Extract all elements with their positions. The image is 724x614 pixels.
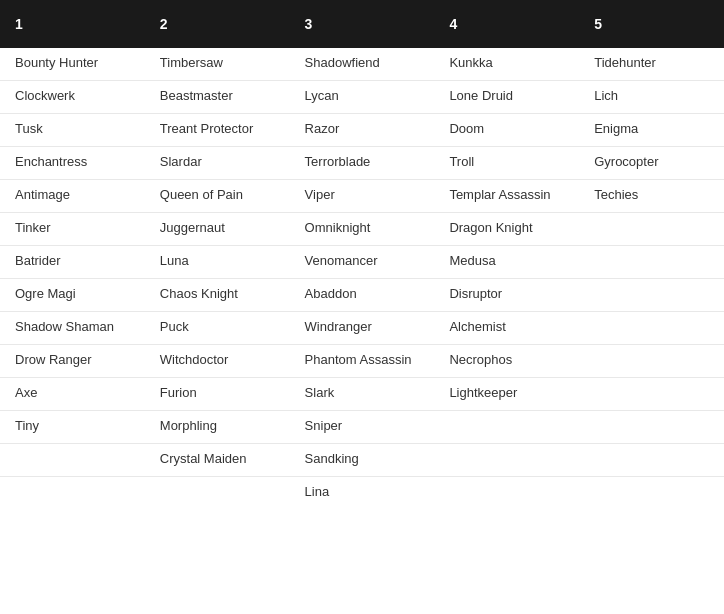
cell-col4-row14	[434, 477, 579, 509]
cell-col5-row10	[579, 345, 724, 377]
cell-col1-row14	[0, 477, 145, 509]
cell-col4-row6: Dragon Knight	[434, 213, 579, 245]
cell-col4-row5: Templar Assassin	[434, 180, 579, 212]
cell-col2-row8: Chaos Knight	[145, 279, 290, 311]
cell-col1-row8: Ogre Magi	[0, 279, 145, 311]
table-row: Crystal MaidenSandking	[0, 444, 724, 477]
cell-col3-row3: Razor	[290, 114, 435, 146]
cell-col1-row1: Bounty Hunter	[0, 48, 145, 80]
cell-col4-row12	[434, 411, 579, 443]
cell-col5-row1: Tidehunter	[579, 48, 724, 80]
cell-col2-row7: Luna	[145, 246, 290, 278]
header-col-1: 1	[0, 10, 145, 38]
cell-col2-row14	[145, 477, 290, 509]
cell-col3-row4: Terrorblade	[290, 147, 435, 179]
header-col-4: 4	[434, 10, 579, 38]
table-row: Lina	[0, 477, 724, 509]
cell-col4-row8: Disruptor	[434, 279, 579, 311]
cell-col4-row10: Necrophos	[434, 345, 579, 377]
cell-col1-row11: Axe	[0, 378, 145, 410]
cell-col1-row9: Shadow Shaman	[0, 312, 145, 344]
cell-col1-row2: Clockwerk	[0, 81, 145, 113]
cell-col5-row13	[579, 444, 724, 476]
cell-col3-row8: Abaddon	[290, 279, 435, 311]
cell-col3-row2: Lycan	[290, 81, 435, 113]
table-row: EnchantressSlardarTerrorbladeTrollGyroco…	[0, 147, 724, 180]
cell-col5-row5: Techies	[579, 180, 724, 212]
cell-col3-row13: Sandking	[290, 444, 435, 476]
table-header: 12345	[0, 0, 724, 48]
header-col-2: 2	[145, 10, 290, 38]
cell-col1-row6: Tinker	[0, 213, 145, 245]
cell-col1-row10: Drow Ranger	[0, 345, 145, 377]
header-col-3: 3	[290, 10, 435, 38]
table-row: AxeFurionSlarkLightkeeper	[0, 378, 724, 411]
cell-col4-row3: Doom	[434, 114, 579, 146]
table-row: Bounty HunterTimbersawShadowfiendKunkkaT…	[0, 48, 724, 81]
cell-col3-row5: Viper	[290, 180, 435, 212]
cell-col2-row2: Beastmaster	[145, 81, 290, 113]
cell-col2-row12: Morphling	[145, 411, 290, 443]
cell-col2-row11: Furion	[145, 378, 290, 410]
table-row: BatriderLunaVenomancerMedusa	[0, 246, 724, 279]
cell-col5-row2: Lich	[579, 81, 724, 113]
cell-col1-row4: Enchantress	[0, 147, 145, 179]
cell-col2-row4: Slardar	[145, 147, 290, 179]
cell-col5-row8	[579, 279, 724, 311]
cell-col5-row11	[579, 378, 724, 410]
cell-col3-row1: Shadowfiend	[290, 48, 435, 80]
cell-col4-row13	[434, 444, 579, 476]
cell-col1-row12: Tiny	[0, 411, 145, 443]
cell-col5-row7	[579, 246, 724, 278]
cell-col4-row7: Medusa	[434, 246, 579, 278]
cell-col3-row12: Sniper	[290, 411, 435, 443]
cell-col4-row4: Troll	[434, 147, 579, 179]
cell-col3-row10: Phantom Assassin	[290, 345, 435, 377]
cell-col4-row11: Lightkeeper	[434, 378, 579, 410]
cell-col2-row6: Juggernaut	[145, 213, 290, 245]
cell-col5-row6	[579, 213, 724, 245]
header-col-5: 5	[579, 10, 724, 38]
table-row: TinyMorphlingSniper	[0, 411, 724, 444]
cell-col1-row7: Batrider	[0, 246, 145, 278]
cell-col5-row12	[579, 411, 724, 443]
cell-col3-row6: Omniknight	[290, 213, 435, 245]
cell-col2-row5: Queen of Pain	[145, 180, 290, 212]
cell-col3-row9: Windranger	[290, 312, 435, 344]
cell-col4-row9: Alchemist	[434, 312, 579, 344]
cell-col1-row5: Antimage	[0, 180, 145, 212]
table-row: Ogre MagiChaos KnightAbaddonDisruptor	[0, 279, 724, 312]
cell-col2-row10: Witchdoctor	[145, 345, 290, 377]
cell-col2-row3: Treant Protector	[145, 114, 290, 146]
cell-col3-row7: Venomancer	[290, 246, 435, 278]
cell-col4-row1: Kunkka	[434, 48, 579, 80]
cell-col5-row14	[579, 477, 724, 509]
table-row: TuskTreant ProtectorRazorDoomEnigma	[0, 114, 724, 147]
table-row: ClockwerkBeastmasterLycanLone DruidLich	[0, 81, 724, 114]
cell-col5-row3: Enigma	[579, 114, 724, 146]
cell-col1-row13	[0, 444, 145, 476]
table-body: Bounty HunterTimbersawShadowfiendKunkkaT…	[0, 48, 724, 509]
cell-col1-row3: Tusk	[0, 114, 145, 146]
table-row: TinkerJuggernautOmniknightDragon Knight	[0, 213, 724, 246]
cell-col4-row2: Lone Druid	[434, 81, 579, 113]
main-table: 12345 Bounty HunterTimbersawShadowfiendK…	[0, 0, 724, 509]
cell-col3-row11: Slark	[290, 378, 435, 410]
cell-col2-row9: Puck	[145, 312, 290, 344]
cell-col2-row1: Timbersaw	[145, 48, 290, 80]
table-row: Drow RangerWitchdoctorPhantom AssassinNe…	[0, 345, 724, 378]
cell-col5-row4: Gyrocopter	[579, 147, 724, 179]
table-row: Shadow ShamanPuckWindrangerAlchemist	[0, 312, 724, 345]
table-row: AntimageQueen of PainViperTemplar Assass…	[0, 180, 724, 213]
cell-col3-row14: Lina	[290, 477, 435, 509]
cell-col5-row9	[579, 312, 724, 344]
cell-col2-row13: Crystal Maiden	[145, 444, 290, 476]
